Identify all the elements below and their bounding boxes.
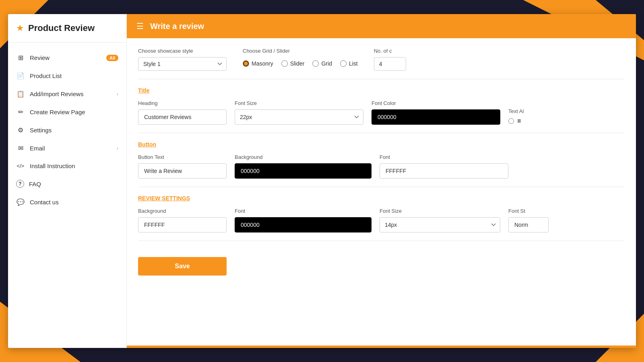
button-text-field: Button Text [138, 154, 227, 179]
sidebar-item-install-instruction[interactable]: </> Install Instruction [8, 157, 126, 175]
app-title: Product Review [28, 23, 95, 33]
font-color-field: Font Color [372, 100, 500, 125]
page-title: Write a review [150, 22, 204, 31]
radio-grid[interactable]: Grid [312, 60, 332, 67]
heading-label: Heading [138, 100, 227, 106]
question-icon: ? [16, 180, 24, 188]
font-color-label: Font Color [372, 100, 500, 106]
button-bg-field: Background [235, 154, 372, 179]
radio-slider-label: Slider [290, 60, 305, 67]
radio-masonry-label: Masonry [252, 60, 273, 67]
button-section: Button Button Text Background Font [138, 141, 625, 179]
sidebar-item-label-create-review-page: Create Review Page [30, 109, 118, 115]
button-font-label: Font [380, 154, 508, 160]
heading-field: Heading [138, 100, 227, 125]
review-font-field: Font [235, 208, 372, 232]
divider-1 [138, 79, 625, 79]
button-bg-input[interactable] [235, 163, 372, 179]
review-fontstyle-input[interactable] [508, 217, 549, 232]
no-of-columns-group: No. of c [374, 48, 406, 71]
sidebar-item-label-install: Install Instruction [30, 162, 118, 169]
main-content: ☰ Write a review Choose showcase style S… [127, 14, 636, 348]
grid-slider-label: Choose Grid / Slider [243, 48, 358, 54]
radio-list-label: List [349, 60, 358, 67]
radio-list-input[interactable] [340, 60, 347, 67]
review-fontstyle-label: Font St [508, 208, 549, 214]
code-icon: </> [16, 163, 25, 169]
review-font-input[interactable] [235, 217, 372, 232]
chevron-left-icon: ‹ [117, 91, 118, 97]
showcase-controls: Choose showcase style Style 1 Style 2 St… [138, 48, 625, 71]
radio-grid-label: Grid [321, 60, 332, 67]
align-icon[interactable]: ≡ [517, 117, 521, 125]
button-form-row: Button Text Background Font [138, 154, 625, 179]
sidebar-item-label-product-list: Product List [30, 72, 118, 79]
content-area: Choose showcase style Style 1 Style 2 St… [127, 38, 636, 346]
text-align-group: ≡ [508, 117, 524, 125]
divider-2 [138, 133, 625, 133]
font-size-field: Font Size 12px14px16px18px20px 22px24px2… [235, 100, 363, 125]
sidebar-item-add-import-reviews[interactable]: 📋 Add/import Reviews ‹ [8, 85, 126, 103]
sidebar-item-faq[interactable]: ? FAQ [8, 175, 126, 193]
sidebar-item-settings[interactable]: ⚙ Settings [8, 121, 126, 139]
font-size-select[interactable]: 12px14px16px18px20px 22px24px26px28px30p… [235, 109, 363, 125]
sidebar-nav: ⊞ Review All 📄 Product List 📋 Add/import… [8, 43, 126, 348]
title-section: Title Heading Font Size 12px14px16px18px… [138, 87, 625, 125]
radio-masonry[interactable]: Masonry [243, 60, 273, 67]
chat-icon: 💬 [16, 198, 25, 206]
no-of-columns-input[interactable] [374, 57, 406, 71]
sidebar-item-label-add-import: Add/import Reviews [30, 90, 117, 97]
grid-slider-group: Choose Grid / Slider Masonry Slider G [243, 48, 358, 67]
button-text-label: Button Text [138, 154, 227, 160]
sidebar-item-label-settings: Settings [30, 127, 118, 134]
sidebar-logo: ★ Product Review [8, 14, 126, 43]
bottom-bar [127, 346, 636, 348]
text-align-radio[interactable] [508, 118, 514, 124]
heading-input[interactable] [138, 109, 227, 125]
title-section-label: Title [138, 87, 625, 94]
review-bg-input[interactable] [138, 217, 227, 232]
sidebar-item-create-review-page[interactable]: ✏ Create Review Page [8, 103, 126, 121]
email-icon: ✉ [16, 144, 25, 152]
sidebar-item-label-email: Email [30, 145, 117, 152]
sidebar-item-contact-us[interactable]: 💬 Contact us [8, 193, 126, 211]
button-text-input[interactable] [138, 163, 227, 179]
review-fontsize-select[interactable]: 10px12px14px16px18px20px [380, 217, 500, 232]
top-header: ☰ Write a review [127, 14, 636, 38]
review-badge: All [106, 55, 118, 61]
sidebar-item-label-review: Review [30, 54, 103, 61]
star-icon: ★ [16, 23, 24, 33]
radio-grid-input[interactable] [312, 60, 319, 67]
review-bg-label: Background [138, 208, 227, 214]
review-settings-section: REVIEW SETTINGS Background Font Font Siz… [138, 195, 625, 232]
radio-slider-input[interactable] [281, 60, 288, 67]
review-fontstyle-field: Font St [508, 208, 549, 232]
radio-masonry-input[interactable] [243, 60, 249, 67]
save-button[interactable]: Save [138, 257, 227, 276]
grid-slider-radio-group: Masonry Slider Grid List [243, 57, 358, 67]
gear-icon: ⚙ [16, 126, 25, 134]
showcase-style-group: Choose showcase style Style 1 Style 2 St… [138, 48, 227, 71]
document-icon: 📄 [16, 72, 25, 80]
radio-list[interactable]: List [340, 60, 358, 67]
button-font-field: Font [380, 154, 508, 179]
sidebar-item-review[interactable]: ⊞ Review All [8, 49, 126, 67]
hamburger-icon[interactable]: ☰ [136, 21, 144, 31]
button-section-label: Button [138, 141, 625, 148]
review-settings-form-row: Background Font Font Size 10px12px14px16… [138, 208, 625, 232]
review-fontsize-field: Font Size 10px12px14px16px18px20px [380, 208, 500, 232]
sidebar-item-email[interactable]: ✉ Email ‹ [8, 139, 126, 157]
sidebar-item-label-faq: FAQ [29, 181, 118, 187]
title-form-row: Heading Font Size 12px14px16px18px20px 2… [138, 100, 625, 125]
sidebar-item-label-contact: Contact us [30, 199, 118, 206]
chevron-left-icon-email: ‹ [117, 146, 118, 151]
showcase-style-select[interactable]: Style 1 Style 2 Style 3 [138, 57, 227, 71]
no-of-columns-label: No. of c [374, 48, 406, 54]
text-align-label: Text Al [508, 108, 524, 114]
button-font-input[interactable] [380, 163, 508, 179]
divider-3 [138, 187, 625, 187]
divider-4 [138, 241, 625, 241]
font-color-input[interactable] [372, 109, 500, 125]
radio-slider[interactable]: Slider [281, 60, 305, 67]
sidebar-item-product-list[interactable]: 📄 Product List [8, 67, 126, 85]
